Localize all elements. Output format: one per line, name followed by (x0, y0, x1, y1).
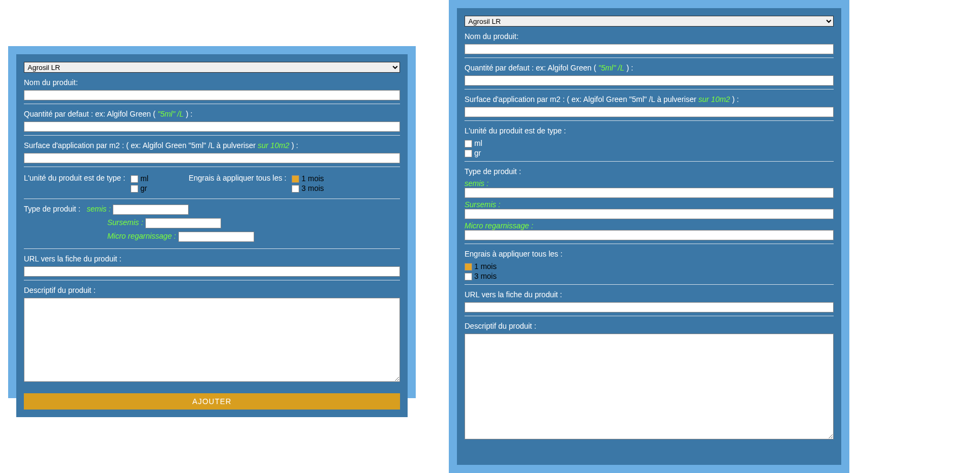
freq-1month-label-r: 1 mois (474, 262, 497, 271)
submit-button[interactable]: AJOUTER (24, 393, 400, 410)
semis-label: semis : (87, 204, 111, 213)
micro-input-r[interactable] (465, 230, 834, 240)
unit-ml-checkbox[interactable] (131, 175, 138, 183)
frequency-group-r: Engrais à appliquer tous les : 1 mois 3 … (465, 250, 834, 285)
surface-input-r[interactable] (465, 107, 834, 117)
description-label: Descriptif du produit : (24, 286, 95, 295)
default-qty-label: Quantité par defaut : ex: Algifol Green … (24, 110, 400, 118)
surface-input[interactable] (24, 153, 400, 163)
product-select-r[interactable]: Agrosil LR (465, 16, 834, 27)
frequency-block: Engrais à appliquer tous les : 1 mois 3 … (189, 174, 384, 193)
sursemis-label-r: Sursemis : (465, 200, 500, 209)
unit-gr-checkbox[interactable] (131, 185, 138, 193)
semis-label-r: semis : (465, 179, 488, 188)
form-body-stacked: Agrosil LR Nom du produit: Quantité par … (457, 8, 841, 465)
freq-3month-checkbox[interactable] (292, 185, 299, 193)
product-name-input[interactable] (24, 90, 400, 100)
default-qty-group: Quantité par defaut : ex: Algifol Green … (24, 110, 400, 136)
semis-input[interactable] (113, 204, 189, 215)
product-name-input-r[interactable] (465, 44, 834, 54)
description-group-r: Descriptif du produit : (465, 322, 834, 444)
description-textarea[interactable] (24, 298, 400, 382)
sursemis-label: Sursemis : (107, 218, 143, 227)
unit-gr-label: gr (140, 184, 147, 193)
product-select[interactable]: Agrosil LR (24, 62, 400, 73)
freq-1month-checkbox[interactable] (292, 175, 299, 183)
sursemis-input-r[interactable] (465, 209, 834, 219)
description-group: Descriptif du produit : (24, 286, 400, 387)
sursemis-input[interactable] (145, 218, 221, 228)
url-group: URL vers la fiche du produit : (24, 254, 400, 280)
url-label: URL vers la fiche du produit : (24, 254, 121, 263)
unit-and-frequency-row: L'unité du produit est de type : ml gr E… (24, 174, 400, 199)
description-textarea-r[interactable] (465, 334, 834, 439)
product-name-group: Nom du produit: (24, 78, 400, 104)
surface-group-r: Surface d'application par m2 : ( ex: Alg… (465, 95, 834, 121)
unit-ml-checkbox-r[interactable] (465, 140, 472, 148)
freq-1month-label: 1 mois (301, 174, 324, 183)
micro-input[interactable] (178, 232, 254, 242)
unit-ml-label: ml (140, 174, 149, 183)
default-qty-label-r: Quantité par defaut : ex: Algifol Green … (465, 63, 834, 72)
product-type-group: Type de produit : semis : Sursemis : Mic… (24, 204, 400, 249)
unit-type-label-r: L'unité du produit est de type : (465, 126, 566, 135)
url-label-r: URL vers la fiche du produit : (465, 290, 562, 299)
micro-label: Micro regarnissage : (107, 232, 176, 240)
surface-label: Surface d'application par m2 : ( ex: Alg… (24, 141, 400, 150)
micro-label-r: Micro regarnissage : (465, 221, 533, 230)
unit-gr-checkbox-r[interactable] (465, 150, 472, 157)
default-qty-input[interactable] (24, 122, 400, 132)
unit-type-label: L'unité du produit est de type : (24, 174, 125, 182)
form-body: Agrosil LR Nom du produit: Quantité par … (16, 54, 408, 417)
surface-label-r: Surface d'application par m2 : ( ex: Alg… (465, 95, 834, 104)
url-group-r: URL vers la fiche du produit : (465, 290, 834, 316)
surface-group: Surface d'application par m2 : ( ex: Alg… (24, 141, 400, 167)
semis-input-r[interactable] (465, 188, 834, 198)
unit-type-group-r: L'unité du produit est de type : ml gr (465, 126, 834, 162)
frequency-label: Engrais à appliquer tous les : (189, 174, 287, 182)
default-qty-group-r: Quantité par defaut : ex: Algifol Green … (465, 63, 834, 90)
frequency-label-r: Engrais à appliquer tous les : (465, 250, 563, 258)
freq-3month-label: 3 mois (301, 184, 324, 193)
product-form-panel-compact: Agrosil LR Nom du produit: Quantité par … (8, 46, 416, 398)
default-qty-input-r[interactable] (465, 75, 834, 86)
product-type-label: Type de produit : (24, 204, 80, 213)
freq-3month-checkbox-r[interactable] (465, 273, 472, 280)
freq-1month-checkbox-r[interactable] (465, 263, 472, 271)
product-name-label-r: Nom du produit: (465, 32, 519, 41)
unit-gr-label-r: gr (474, 149, 481, 157)
url-input[interactable] (24, 266, 400, 277)
unit-type-block: L'unité du produit est de type : ml gr (24, 174, 186, 193)
unit-ml-label-r: ml (474, 139, 482, 148)
product-form-panel-stacked: Agrosil LR Nom du produit: Quantité par … (449, 0, 849, 473)
product-name-label: Nom du produit: (24, 78, 78, 87)
url-input-r[interactable] (465, 302, 834, 312)
product-type-group-r: Type de produit : semis : Sursemis : Mic… (465, 167, 834, 244)
product-name-group-r: Nom du produit: (465, 32, 834, 58)
freq-3month-label-r: 3 mois (474, 272, 497, 280)
description-label-r: Descriptif du produit : (465, 322, 536, 330)
product-type-label-r: Type de produit : (465, 167, 521, 176)
